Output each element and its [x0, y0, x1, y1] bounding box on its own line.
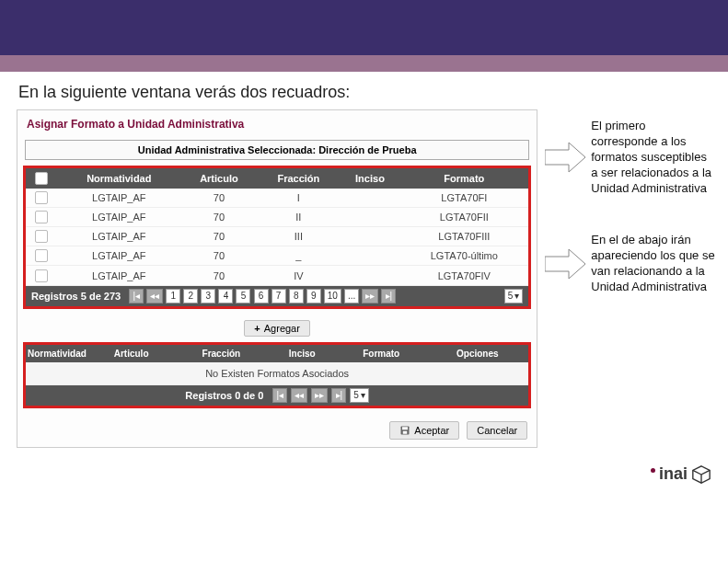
svg-line-6: [693, 470, 701, 475]
highlight-box-top: Normatividad Articulo Fracción Inciso Fo…: [23, 166, 531, 309]
cell-normatividad: LGTAIP_AF: [57, 208, 181, 227]
cell-articulo: 70: [181, 208, 258, 227]
arrow-icon: [545, 246, 585, 282]
page-size-select-2[interactable]: 5▾: [350, 388, 369, 403]
page-number-button[interactable]: 3: [201, 289, 215, 303]
row-checkbox[interactable]: [35, 211, 48, 223]
page-number-button[interactable]: 1: [166, 289, 180, 303]
cell-normatividad: LGTAIP_AF: [57, 189, 181, 208]
page-number-button[interactable]: 7: [272, 289, 286, 303]
col2-articulo: Articulo: [88, 345, 174, 362]
arrow-icon: [545, 139, 585, 176]
col2-formato: Formato: [336, 345, 426, 362]
cell-formato: LGTA70FIII: [399, 227, 528, 246]
panel-subtitle: Unidad Administrativa Seleccionada: Dire…: [25, 140, 529, 160]
cell-fraccion: IV: [257, 266, 340, 285]
accept-label: Aceptar: [414, 425, 449, 436]
prev-page-button-2[interactable]: ◂◂: [291, 388, 307, 403]
last-page-button[interactable]: ▸|: [381, 289, 396, 303]
panel-title: Asignar Formato a Unidad Administrativa: [17, 110, 537, 136]
cell-inciso: [341, 227, 400, 246]
cell-inciso: [341, 208, 400, 227]
col2-fraccion: Fracción: [174, 345, 268, 362]
highlight-box-bottom: Normatividad Articulo Fracción Inciso Fo…: [23, 342, 531, 408]
page-number-button[interactable]: 10: [324, 289, 341, 303]
page-number-button[interactable]: 4: [218, 289, 233, 303]
brand-name: inai: [659, 464, 688, 484]
cell-formato: LGTA70FI: [399, 189, 528, 208]
pager-top: Registros 5 de 273 |◂ ◂◂ 1 2 3 4 5 6 7 8…: [26, 286, 528, 306]
col-fraccion: Fracción: [257, 168, 340, 189]
cell-formato: LGTA70FIV: [399, 266, 528, 285]
cancel-label: Cancelar: [477, 425, 517, 436]
svg-marker-4: [545, 249, 585, 279]
cell-fraccion: III: [257, 227, 340, 246]
first-page-button[interactable]: |◂: [129, 289, 144, 303]
slide-intro-text: En la siguiente ventana verás dos recuad…: [0, 72, 728, 109]
cell-fraccion: _: [257, 246, 340, 266]
page-size-select[interactable]: 5▾: [504, 289, 524, 303]
page-number-button[interactable]: 2: [183, 289, 198, 303]
row-checkbox[interactable]: [35, 191, 48, 204]
header-band-dark: [0, 0, 728, 55]
table-row: LGTAIP_AF70ILGTA70FI: [26, 189, 528, 208]
col-formato: Formato: [399, 168, 528, 189]
empty-label: No Existen Formatos Asociados: [26, 362, 528, 385]
annotation-2: En el de abajo irán apareciendo los que …: [591, 233, 719, 295]
cell-normatividad: LGTAIP_AF: [57, 227, 181, 246]
page-number-button[interactable]: 6: [254, 289, 269, 303]
header-band-accent: [0, 55, 728, 72]
cell-fraccion: I: [257, 189, 340, 208]
select-all-checkbox[interactable]: [35, 172, 48, 185]
cell-fraccion: II: [257, 208, 340, 227]
first-page-button-2[interactable]: |◂: [272, 388, 287, 403]
table-row: LGTAIP_AF70IVLGTA70FIV: [26, 266, 528, 285]
cancel-button[interactable]: Cancelar: [467, 421, 527, 440]
pager-label: Registros 5 de 273: [31, 291, 121, 302]
add-button[interactable]: + Agregar: [244, 320, 310, 337]
save-icon: [399, 425, 410, 436]
col-normatividad: Normatividad: [57, 168, 181, 189]
cell-articulo: 70: [181, 227, 258, 246]
col2-normatividad: Normatividad: [26, 345, 88, 362]
cell-normatividad: LGTAIP_AF: [57, 266, 181, 285]
svg-marker-3: [545, 143, 585, 172]
page-number-button[interactable]: 8: [289, 289, 304, 303]
cell-articulo: 70: [181, 266, 258, 285]
col2-opciones: Opciones: [426, 345, 528, 362]
col-checkbox: [26, 168, 57, 189]
cell-inciso: [341, 189, 400, 208]
logo-cube-icon: [691, 464, 711, 485]
page-number-button[interactable]: ...: [344, 289, 359, 303]
col-articulo: Articulo: [181, 168, 258, 189]
brand-logo: inai: [651, 464, 711, 485]
last-page-button-2[interactable]: ▸|: [331, 388, 346, 403]
prev-page-button[interactable]: ◂◂: [146, 289, 163, 303]
col-inciso: Inciso: [341, 168, 400, 189]
table-row: LGTAIP_AF70IIILGTA70FIII: [26, 227, 528, 246]
table-row: LGTAIP_AF70_LGTA70-último: [26, 246, 528, 266]
row-checkbox[interactable]: [35, 249, 48, 262]
col2-inciso: Inciso: [268, 345, 336, 362]
row-checkbox[interactable]: [35, 230, 48, 243]
available-formats-table: Normatividad Articulo Fracción Inciso Fo…: [26, 168, 528, 286]
page-number-button[interactable]: 5: [236, 289, 250, 303]
svg-rect-2: [403, 430, 408, 433]
page-number-button[interactable]: 9: [306, 289, 321, 303]
annotation-1: El primero corresponde a los formatos su…: [591, 119, 719, 196]
assigned-formats-table: Normatividad Articulo Fracción Inciso Fo…: [26, 345, 528, 385]
next-page-button-2[interactable]: ▸▸: [311, 388, 328, 403]
cell-formato: LGTA70-último: [399, 246, 528, 266]
logo-dot-icon: [651, 468, 655, 473]
next-page-button[interactable]: ▸▸: [362, 289, 378, 303]
cell-articulo: 70: [181, 189, 258, 208]
pager-bottom: Registros 0 de 0 |◂ ◂◂ ▸▸ ▸| 5▾: [26, 385, 528, 406]
table-row: LGTAIP_AF70IILGTA70FII: [26, 208, 528, 227]
row-checkbox[interactable]: [35, 269, 48, 282]
accept-button[interactable]: Aceptar: [389, 421, 459, 440]
cell-formato: LGTA70FII: [399, 208, 528, 227]
empty-row: No Existen Formatos Asociados: [26, 362, 528, 385]
add-button-label: Agregar: [264, 323, 300, 334]
app-panel: Asignar Formato a Unidad Administrativa …: [17, 109, 537, 448]
plus-icon: +: [254, 323, 260, 334]
